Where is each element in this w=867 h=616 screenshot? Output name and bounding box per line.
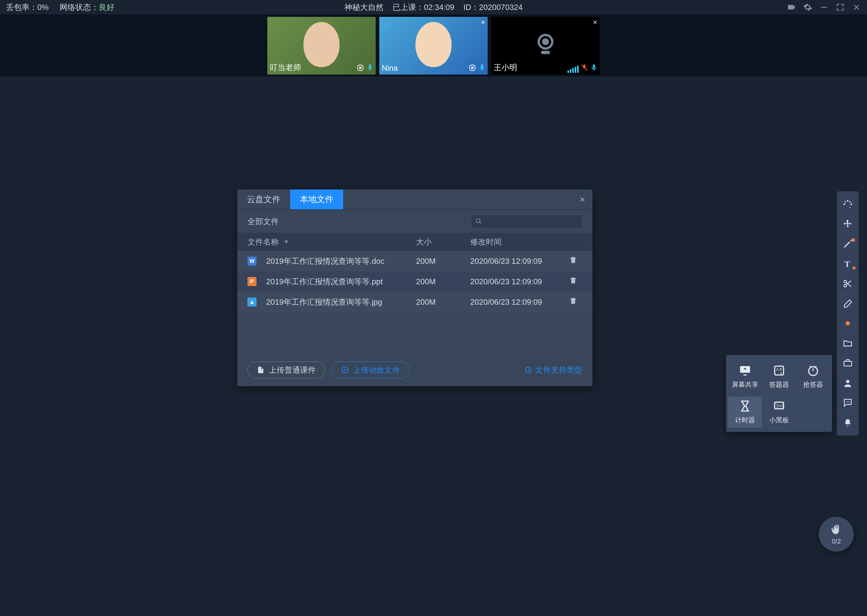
settings-icon[interactable] — [803, 3, 812, 12]
record-icon — [468, 64, 476, 73]
tool-color[interactable] — [837, 313, 859, 333]
modal-close-icon[interactable]: × — [572, 190, 593, 209]
svg-text:B: B — [780, 368, 782, 371]
tool-screen-share[interactable]: 屏幕共享 — [728, 361, 762, 392]
svg-point-27 — [847, 402, 848, 402]
search-input[interactable] — [471, 214, 582, 228]
session-time: 已上课：02:34:09 — [393, 2, 454, 13]
raise-hand-button[interactable]: 0/2 — [819, 517, 854, 552]
delete-file-button[interactable] — [564, 277, 582, 287]
svg-point-6 — [542, 39, 549, 46]
file-date: 2020/06/23 12:09:09 — [470, 277, 564, 286]
signal-icon — [567, 66, 579, 73]
camera-icon[interactable] — [787, 3, 796, 12]
tab-cloud-files[interactable]: 云盘文件 — [237, 190, 290, 209]
file-row[interactable]: ▲2019年工作汇报情况查询等等.jpg 200M 2020/06/23 12:… — [237, 292, 593, 312]
file-type-icon: W — [247, 256, 257, 266]
delete-file-button[interactable] — [564, 256, 582, 267]
participant-name: Nina — [382, 63, 398, 73]
class-id: ID：2020070324 — [463, 2, 523, 13]
toolbox-popover: 屏幕共享 AB✕ 答题器 抢答器 计时器 2+3 小黑板 — [726, 355, 832, 432]
hand-count: 0/2 — [832, 537, 841, 545]
class-title: 神秘大自然 — [344, 2, 383, 13]
tool-blackboard[interactable]: 2+3 小黑板 — [762, 396, 796, 428]
file-date: 2020/06/23 12:09:09 — [470, 297, 564, 307]
file-name: 2019年工作汇报情况查询等等.doc — [266, 256, 385, 267]
tile-close-icon[interactable]: × — [593, 18, 597, 27]
tool-cut[interactable] — [837, 274, 859, 294]
tool-timer[interactable]: 计时器 — [728, 396, 762, 428]
tool-chat[interactable] — [837, 393, 859, 413]
svg-point-2 — [359, 66, 362, 69]
tool-buzzer[interactable]: 抢答器 — [796, 361, 830, 392]
mic-icon — [590, 64, 598, 73]
tool-pen[interactable] — [837, 234, 859, 254]
fullscreen-icon[interactable] — [836, 3, 845, 12]
supported-types-link[interactable]: 文件支持类型 — [525, 365, 582, 376]
all-files-label: 全部文件 — [247, 216, 279, 227]
participant-tile[interactable]: × 王小明 — [491, 17, 600, 75]
svg-rect-12 — [740, 366, 750, 372]
upload-normal-button[interactable]: 上传普通课件 — [247, 361, 325, 379]
hand-icon — [830, 523, 843, 536]
mic-icon — [366, 64, 374, 73]
top-bar: 丢包率：0% 网络状态：良好 神秘大自然 已上课：02:34:09 ID：202… — [0, 0, 867, 14]
camera-off-icon — [532, 31, 559, 60]
file-size: 200M — [416, 277, 470, 286]
svg-point-25 — [846, 380, 849, 383]
packet-loss: 丢包率：0% — [6, 2, 49, 13]
svg-point-26 — [846, 402, 847, 402]
mic-muted-icon — [580, 64, 588, 73]
mic-icon — [478, 64, 486, 73]
file-type-icon: ▲ — [247, 297, 257, 306]
file-size: 200M — [416, 256, 470, 266]
tile-close-icon[interactable]: × — [481, 18, 485, 27]
file-date: 2020/06/23 12:09:09 — [470, 256, 564, 266]
svg-text:✕: ✕ — [780, 371, 782, 375]
svg-rect-24 — [844, 361, 852, 366]
file-table-header: 文件名称 ▼ 大小 修改时间 — [237, 233, 593, 251]
participant-tile[interactable]: 叮当老师 — [267, 17, 376, 75]
file-table-body: W2019年工作汇报情况查询等等.doc 200M 2020/06/23 12:… — [237, 251, 593, 312]
file-type-icon: P — [247, 277, 257, 286]
right-toolbar: T — [837, 191, 859, 435]
tool-eraser[interactable] — [837, 294, 859, 313]
participant-name: 王小明 — [494, 62, 517, 73]
delete-file-button[interactable] — [564, 297, 582, 307]
svg-point-28 — [849, 402, 850, 402]
tool-laser[interactable] — [837, 194, 859, 214]
svg-text:T: T — [845, 259, 850, 269]
svg-rect-0 — [821, 7, 827, 8]
tool-text[interactable]: T — [837, 254, 859, 274]
participant-name: 叮当老师 — [270, 62, 301, 73]
tool-bell[interactable] — [837, 413, 859, 432]
col-size-label[interactable]: 大小 — [416, 237, 470, 247]
tool-toolbox[interactable] — [837, 353, 859, 373]
tool-folder[interactable] — [837, 333, 859, 353]
close-icon[interactable] — [852, 3, 861, 12]
file-row[interactable]: W2019年工作汇报情况查询等等.doc 200M 2020/06/23 12:… — [237, 251, 593, 271]
file-picker-modal: 云盘文件 本地文件 × 全部文件 文件名称 ▼ 大小 修改时间 W2019年工作… — [237, 190, 593, 386]
tool-move[interactable] — [837, 214, 859, 234]
svg-rect-7 — [541, 51, 550, 54]
network-status: 网络状态：良好 — [60, 2, 114, 13]
file-row[interactable]: P2019年工作汇报情况查询等等.ppt 200M 2020/06/23 12:… — [237, 271, 593, 292]
svg-text:2+3: 2+3 — [776, 403, 784, 408]
file-name: 2019年工作汇报情况查询等等.jpg — [266, 297, 382, 307]
tool-user[interactable] — [837, 373, 859, 393]
tool-answer[interactable]: AB✕ 答题器 — [762, 361, 796, 392]
col-date-label[interactable]: 修改时间 — [470, 237, 564, 247]
sort-caret-icon[interactable]: ▼ — [284, 239, 289, 245]
record-icon — [356, 64, 364, 73]
upload-animated-button[interactable]: 上传动效文件 — [332, 361, 410, 379]
minimize-icon[interactable] — [820, 3, 828, 12]
svg-point-23 — [846, 321, 850, 325]
svg-point-4 — [471, 66, 474, 69]
participant-tile[interactable]: × Nina — [379, 17, 488, 75]
svg-text:A: A — [776, 368, 779, 371]
file-name: 2019年工作汇报情况查询等等.ppt — [266, 277, 383, 287]
col-name-label[interactable]: 文件名称 — [247, 237, 279, 247]
search-icon — [475, 218, 482, 225]
participant-strip: 叮当老师 × Nina × 王小明 — [0, 14, 867, 76]
tab-local-files[interactable]: 本地文件 — [290, 190, 343, 209]
